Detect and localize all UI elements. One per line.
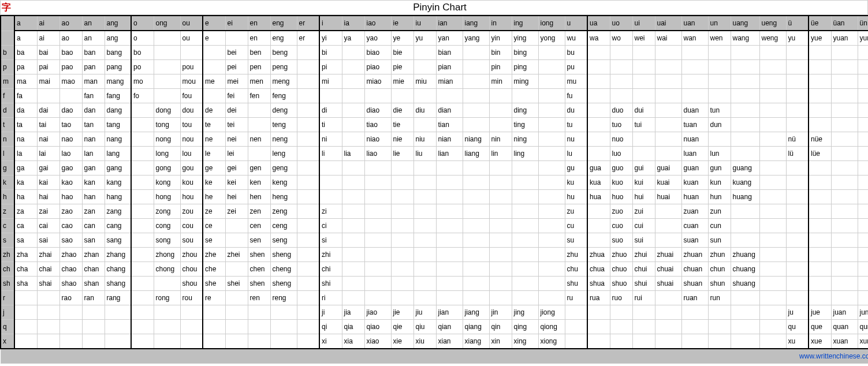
syllable-cell: bo <box>131 46 154 60</box>
syllable-cell <box>489 118 512 132</box>
syllable-cell <box>512 190 538 204</box>
source-link[interactable]: www.writtenchinese.com <box>799 352 868 360</box>
syllable-cell: qi <box>319 320 342 334</box>
syllable-cell: nan <box>82 132 105 147</box>
syllable-cell <box>180 320 203 334</box>
syllable-cell: cong <box>154 219 180 233</box>
syllable-cell <box>786 103 809 118</box>
syllable-cell: ga <box>14 161 37 175</box>
syllable-cell <box>489 103 512 118</box>
col-header: iu <box>413 16 436 31</box>
syllable-cell: teng <box>270 118 297 132</box>
syllable-cell <box>587 46 610 60</box>
col-header: iao <box>364 16 391 31</box>
syllable-cell <box>463 248 489 262</box>
syllable-cell <box>809 161 831 175</box>
syllable-cell: du <box>565 103 587 118</box>
syllable-cell: qia <box>342 320 364 334</box>
syllable-cell: nai <box>37 132 59 147</box>
syllable-cell <box>858 248 868 262</box>
syllable-cell <box>297 334 319 349</box>
syllable-cell: ding <box>512 103 538 118</box>
syllable-cell: qu <box>786 320 809 334</box>
col-header: iang <box>463 16 489 31</box>
syllable-cell: ju <box>786 305 809 320</box>
syllable-cell <box>610 74 632 89</box>
syllable-cell <box>655 291 681 305</box>
syllable-cell: quan <box>831 320 858 334</box>
syllable-cell <box>297 320 319 334</box>
syllable-cell <box>248 103 270 118</box>
syllable-cell: dui <box>632 103 655 118</box>
syllable-cell: deng <box>270 103 297 118</box>
syllable-cell <box>759 132 786 147</box>
syllable-cell: huo <box>610 190 632 204</box>
syllable-cell: qiong <box>538 320 565 334</box>
row-header: k <box>1 175 14 190</box>
syllable-cell: zhai <box>37 248 59 262</box>
table-row: ppapaipaopanpangpopoupeipenpengpipiaopie… <box>1 60 868 74</box>
syllable-cell: man <box>82 74 105 89</box>
page-title: Pinyin Chart <box>12 2 867 13</box>
syllable-cell: kong <box>154 175 180 190</box>
syllable-cell: ping <box>512 60 538 74</box>
syllable-cell: qun <box>858 320 868 334</box>
col-header: un <box>708 16 731 31</box>
syllable-cell: ge <box>203 161 225 175</box>
syllable-cell: ce <box>203 219 225 233</box>
syllable-cell <box>463 74 489 89</box>
syllable-cell <box>708 46 731 60</box>
syllable-cell <box>538 74 565 89</box>
syllable-cell <box>858 46 868 60</box>
syllable-cell: jun <box>858 305 868 320</box>
syllable-cell <box>297 74 319 89</box>
syllable-cell: xin <box>489 334 512 349</box>
col-header: ou <box>180 16 203 31</box>
syllable-cell: dao <box>59 103 82 118</box>
syllable-cell: ye <box>391 31 413 46</box>
syllable-cell: tao <box>59 118 82 132</box>
syllable-cell: ca <box>14 219 37 233</box>
syllable-cell <box>203 60 225 74</box>
syllable-cell <box>587 233 610 248</box>
syllable-cell: niu <box>413 132 436 147</box>
syllable-cell: cao <box>59 219 82 233</box>
syllable-cell <box>786 161 809 175</box>
syllable-cell <box>413 89 436 103</box>
syllable-cell: xiu <box>413 334 436 349</box>
syllable-cell: san <box>82 233 105 248</box>
syllable-cell: xiang <box>463 334 489 349</box>
syllable-cell: qing <box>512 320 538 334</box>
syllable-cell <box>858 262 868 277</box>
syllable-cell <box>809 204 831 219</box>
syllable-cell <box>364 89 391 103</box>
syllable-cell: fou <box>180 89 203 103</box>
col-header: ueng <box>759 16 786 31</box>
syllable-cell: lü <box>786 147 809 161</box>
col-header: ian <box>436 16 463 31</box>
table-row: qqiqiaqiaoqieqiuqianqiangqinqingqiongquq… <box>1 320 868 334</box>
syllable-cell: long <box>154 147 180 161</box>
syllable-cell: yuan <box>831 31 858 46</box>
syllable-cell: da <box>14 103 37 118</box>
syllable-cell <box>391 262 413 277</box>
syllable-cell <box>391 89 413 103</box>
syllable-cell: kun <box>708 175 731 190</box>
syllable-cell: gui <box>632 161 655 175</box>
syllable-cell <box>731 291 759 305</box>
syllable-cell: song <box>154 233 180 248</box>
syllable-cell <box>463 277 489 291</box>
syllable-cell <box>538 103 565 118</box>
table-row: ffafanfangfofoufeifenfengfu <box>1 89 868 103</box>
syllable-cell <box>512 248 538 262</box>
syllable-cell: ti <box>319 118 342 132</box>
syllable-cell <box>319 175 342 190</box>
syllable-cell <box>203 305 225 320</box>
syllable-cell: hong <box>154 190 180 204</box>
syllable-cell <box>681 60 708 74</box>
syllable-cell <box>436 219 463 233</box>
syllable-cell <box>655 219 681 233</box>
table-row: bbabaibaobanbangbobeibenbengbibiaobiebia… <box>1 46 868 60</box>
syllable-cell <box>391 233 413 248</box>
syllable-cell: diao <box>364 103 391 118</box>
